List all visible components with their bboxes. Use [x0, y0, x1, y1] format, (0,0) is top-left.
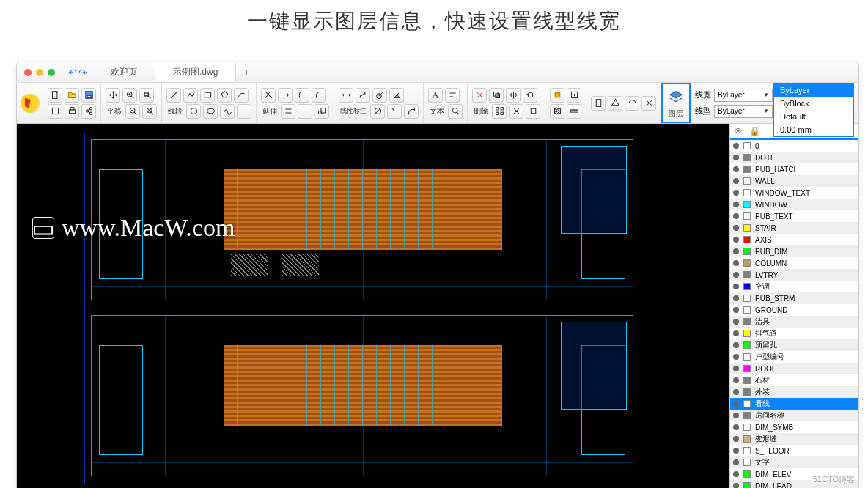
delete-button[interactable] [472, 88, 487, 103]
undo-button[interactable]: ↶ [68, 67, 77, 78]
layer-row[interactable]: GROUND [730, 304, 858, 316]
minimize-button[interactable] [36, 69, 43, 76]
new-file-button[interactable] [48, 88, 62, 103]
layer-row[interactable]: WINDOW_TEXT [730, 187, 858, 199]
zoom-out-button[interactable] [125, 104, 140, 119]
layer-row[interactable]: PUB_HATCH [730, 163, 858, 175]
linetype-select[interactable]: ByLayer▼ [714, 105, 773, 118]
print-button[interactable] [65, 104, 79, 119]
spline-button[interactable] [220, 104, 235, 119]
tab-add-button[interactable]: + [236, 67, 257, 78]
export-button[interactable] [48, 104, 62, 119]
leader-button[interactable] [387, 104, 402, 119]
chamfer-button[interactable] [312, 88, 326, 103]
layer-row[interactable]: 外装 [730, 386, 858, 398]
zoom-in-button[interactable] [122, 88, 137, 103]
layer-row[interactable]: 石材 [730, 374, 858, 386]
layer-row[interactable]: COLUMN [730, 257, 858, 269]
arc-button[interactable] [234, 88, 249, 103]
layer-row[interactable]: 户型编号 [730, 351, 858, 363]
close-button[interactable] [24, 69, 32, 76]
layer-row[interactable]: DOTE [730, 152, 858, 163]
layers-list[interactable]: 0DOTEPUB_HATCHWALLWINDOW_TEXTWINDOWPUB_T… [730, 140, 858, 488]
find-text-button[interactable] [448, 104, 463, 119]
polyline-button[interactable] [183, 88, 198, 103]
layer-row[interactable]: 变形缝 [730, 433, 858, 445]
layer-row[interactable]: ROOF [730, 363, 858, 374]
drawing-canvas[interactable] [17, 124, 729, 488]
layer-row[interactable]: 空调 [730, 281, 858, 292]
tool-3-button[interactable] [625, 96, 639, 111]
tool-1-button[interactable] [591, 96, 606, 111]
layer-row[interactable]: 预留孔 [730, 339, 858, 351]
layer-row[interactable]: 文字 [730, 456, 858, 468]
layer-row[interactable]: LVTRY [730, 269, 858, 281]
angle-dim-button[interactable] [389, 88, 404, 103]
layer-row[interactable]: STAIR [730, 222, 858, 234]
arc-dim-button[interactable] [404, 104, 419, 119]
zoom-extents-button[interactable] [142, 104, 157, 119]
linewidth-select[interactable]: ByLayer▼ [714, 89, 773, 102]
layer-button[interactable] [666, 87, 686, 108]
layer-row[interactable]: PUB_DIM [730, 245, 858, 257]
layer-row[interactable]: PUB_STRM [730, 292, 858, 304]
share-button[interactable] [81, 104, 96, 119]
copy-button[interactable] [489, 88, 504, 103]
stretch-button[interactable] [526, 104, 540, 119]
tab-welcome[interactable]: 欢迎页 [93, 63, 155, 81]
radius-dim-button[interactable] [372, 88, 387, 103]
construction-line-button[interactable] [237, 104, 251, 119]
tool-4-button[interactable] [641, 96, 656, 111]
save-button[interactable] [81, 88, 96, 103]
break-button[interactable] [298, 104, 312, 119]
layer-row[interactable]: WALL [730, 175, 858, 187]
lw-option-bylayer[interactable]: ByLayer [774, 84, 853, 97]
maximize-button[interactable] [48, 69, 55, 76]
trim-button[interactable] [261, 88, 276, 103]
layer-row[interactable]: 0 [730, 140, 858, 152]
measure-button[interactable] [567, 104, 581, 119]
layer-row[interactable]: PUB_TEXT [730, 210, 858, 222]
move-button[interactable] [106, 88, 120, 103]
lw-option-byblock[interactable]: ByBlock [774, 97, 853, 110]
text-button[interactable]: A [428, 88, 443, 103]
lw-option-default[interactable]: Default [774, 110, 853, 123]
mirror-button[interactable] [506, 88, 521, 103]
scale-button[interactable] [315, 104, 329, 119]
extend-label: 延伸 [261, 104, 279, 119]
offset-button[interactable] [281, 104, 295, 119]
polygon-button[interactable] [217, 88, 232, 103]
diameter-dim-button[interactable] [370, 104, 385, 119]
visibility-column-icon[interactable]: 👁 [730, 126, 746, 136]
explode-button[interactable] [509, 104, 523, 119]
mtext-button[interactable] [445, 88, 460, 103]
layer-row[interactable]: AXIS [730, 234, 858, 245]
block-create-button[interactable] [567, 88, 581, 103]
ellipse-button[interactable] [203, 104, 218, 119]
layer-row[interactable]: 洁具 [730, 316, 858, 328]
lw-option-000[interactable]: 0.00 mm [774, 123, 853, 136]
tab-example-dwg[interactable]: 示例图.dwg [155, 63, 236, 81]
aligned-dim-button[interactable] [356, 88, 370, 103]
block-insert-button[interactable] [550, 88, 564, 103]
linear-dim-button[interactable] [339, 88, 353, 103]
lock-column-icon[interactable]: 🔒 [746, 126, 762, 136]
layer-row[interactable]: 房间名称 [730, 410, 858, 421]
redo-button[interactable]: ↷ [78, 67, 87, 78]
zoom-window-button[interactable] [139, 88, 154, 103]
rotate-button[interactable] [523, 88, 537, 103]
hatch-button[interactable] [550, 104, 564, 119]
layer-row[interactable]: 看线 [730, 398, 858, 410]
circle-button[interactable] [186, 104, 201, 119]
tool-2-button[interactable] [608, 96, 622, 111]
layer-row[interactable]: WINDOW [730, 199, 858, 210]
fillet-button[interactable] [295, 88, 309, 103]
array-button[interactable] [492, 104, 507, 119]
extend-button[interactable] [278, 88, 293, 103]
rectangle-button[interactable] [200, 88, 215, 103]
layer-row[interactable]: S_FLOOR [730, 445, 858, 456]
open-file-button[interactable] [65, 88, 79, 103]
line-button[interactable] [166, 88, 181, 103]
layer-row[interactable]: DIM_SYMB [730, 421, 858, 433]
layer-row[interactable]: 排气道 [730, 328, 858, 339]
